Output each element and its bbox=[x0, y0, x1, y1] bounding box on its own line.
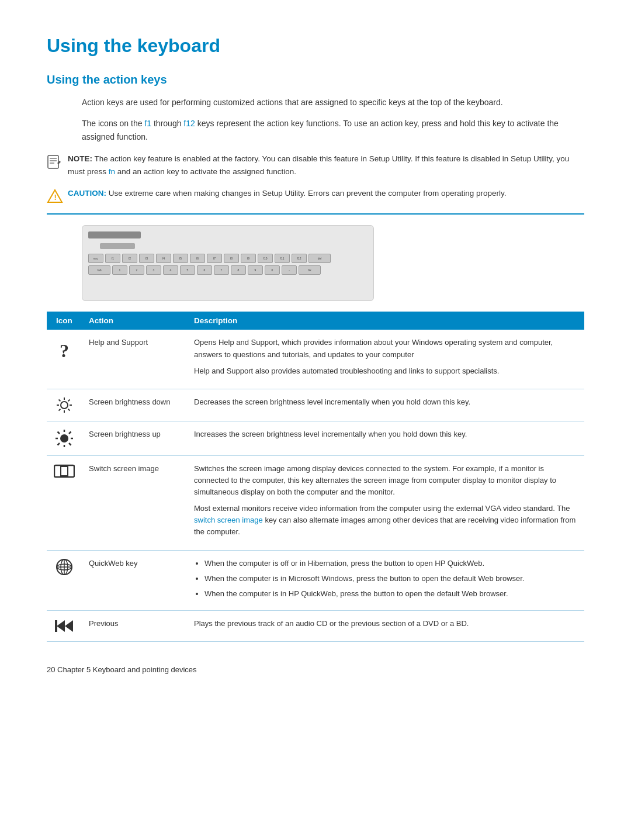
table-row: Screen brightness upIncreases the screen… bbox=[47, 421, 584, 455]
desc-paragraph: Most external monitors receive video inf… bbox=[194, 503, 577, 538]
svg-line-21 bbox=[69, 443, 71, 445]
key-f10: f10 bbox=[258, 254, 273, 263]
quickweb-icon bbox=[54, 558, 75, 576]
desc-paragraph: Help and Support also provides automated… bbox=[194, 365, 577, 377]
brightness-up-icon bbox=[54, 428, 75, 448]
caution-box: ! CAUTION: Use extreme care when making … bbox=[47, 187, 584, 215]
desc-paragraph: Plays the previous track of an audio CD … bbox=[194, 618, 577, 630]
previous-icon bbox=[54, 618, 75, 634]
svg-marker-31 bbox=[57, 620, 65, 632]
key-2: 2 bbox=[129, 265, 144, 275]
table-row: PreviousPlays the previous track of an a… bbox=[47, 611, 584, 642]
switch-screen-icon bbox=[54, 463, 75, 479]
key-5: 5 bbox=[180, 265, 195, 275]
description-cell: Increases the screen brightness level in… bbox=[187, 421, 584, 455]
body-paragraph-2: The icons on the f1 through f12 keys rep… bbox=[82, 117, 584, 143]
icon-cell bbox=[47, 389, 82, 421]
svg-line-11 bbox=[59, 399, 61, 401]
key-3: 3 bbox=[146, 265, 161, 275]
table-row: Screen brightness downDecreases the scre… bbox=[47, 389, 584, 421]
key-f4: f4 bbox=[156, 254, 171, 263]
key-8: 8 bbox=[231, 265, 246, 275]
svg-line-20 bbox=[58, 431, 60, 434]
desc-paragraph: Opens Help and Support, which provides i… bbox=[194, 337, 577, 360]
key-minus: - bbox=[282, 265, 297, 275]
desc-paragraph: Decreases the screen brightness level in… bbox=[194, 396, 577, 408]
list-item: When the computer is in Microsoft Window… bbox=[204, 573, 577, 585]
desc-paragraph: Increases the screen brightness level in… bbox=[194, 428, 577, 440]
description-cell: When the computer is off or in Hibernati… bbox=[187, 550, 584, 610]
key-f7: f7 bbox=[207, 254, 222, 263]
svg-line-14 bbox=[68, 399, 70, 401]
key-0: 0 bbox=[265, 265, 280, 275]
col-description: Description bbox=[187, 312, 584, 330]
f12-link[interactable]: f12 bbox=[183, 119, 195, 128]
note-text: NOTE: The action key feature is enabled … bbox=[68, 153, 584, 178]
key-esc: esc bbox=[88, 254, 103, 263]
svg-rect-0 bbox=[48, 155, 58, 168]
action-cell: Previous bbox=[82, 611, 187, 642]
caution-icon: ! bbox=[47, 188, 68, 206]
col-action: Action bbox=[82, 312, 187, 330]
key-f6: f6 bbox=[190, 254, 205, 263]
fn-link[interactable]: fn bbox=[109, 167, 115, 176]
table-row: ?Help and SupportOpens Help and Support,… bbox=[47, 330, 584, 389]
table-row: Switch screen imageSwitches the screen i… bbox=[47, 455, 584, 550]
action-cell: Screen brightness down bbox=[82, 389, 187, 421]
key-f8: f8 bbox=[224, 254, 239, 263]
note-label: NOTE: bbox=[68, 154, 92, 163]
description-cell: Switches the screen image among display … bbox=[187, 455, 584, 550]
key-f3: f3 bbox=[139, 254, 154, 263]
keyboard-keys-row-2: tab 1 2 3 4 5 6 7 8 9 0 - bk bbox=[88, 265, 321, 275]
icon-cell bbox=[47, 550, 82, 610]
svg-rect-25 bbox=[61, 466, 68, 476]
table-header-row: Icon Action Description bbox=[47, 312, 584, 330]
question-icon: ? bbox=[54, 337, 75, 366]
svg-line-23 bbox=[69, 431, 71, 434]
description-cell: Decreases the screen brightness level in… bbox=[187, 389, 584, 421]
key-f2: f2 bbox=[122, 254, 137, 263]
list-item: When the computer is off or in Hibernati… bbox=[204, 558, 577, 569]
keyboard-image: esc f1 f2 f3 f4 f5 f6 f7 f8 f9 f10 f11 f… bbox=[82, 225, 374, 301]
switch-screen-link[interactable]: switch screen image bbox=[194, 516, 263, 524]
caution-text: CAUTION: Use extreme care when making ch… bbox=[68, 187, 507, 200]
key-f9: f9 bbox=[241, 254, 256, 263]
caution-label: CAUTION: bbox=[68, 189, 106, 198]
svg-marker-32 bbox=[65, 620, 73, 632]
caution-body: Use extreme care when making changes in … bbox=[109, 189, 507, 198]
description-cell: Plays the previous track of an audio CD … bbox=[187, 611, 584, 642]
key-f11: f11 bbox=[275, 254, 290, 263]
note-box: NOTE: The action key feature is enabled … bbox=[47, 153, 584, 178]
action-cell: QuickWeb key bbox=[82, 550, 187, 610]
page-title: Using the keyboard bbox=[47, 35, 584, 57]
svg-line-22 bbox=[58, 443, 60, 445]
list-item: When the computer is in HP QuickWeb, pre… bbox=[204, 588, 577, 600]
keyboard-top-bar bbox=[88, 231, 141, 238]
page-footer: 20 Chapter 5 Keyboard and pointing devic… bbox=[47, 665, 584, 674]
description-cell: Opens Help and Support, which provides i… bbox=[187, 330, 584, 389]
key-1: 1 bbox=[112, 265, 127, 275]
svg-text:!: ! bbox=[54, 193, 57, 202]
body2-middle: through bbox=[151, 119, 183, 128]
key-backspace: bk bbox=[299, 265, 321, 275]
keyboard-touchpad bbox=[100, 243, 135, 249]
action-cell: Screen brightness up bbox=[82, 421, 187, 455]
icon-cell bbox=[47, 421, 82, 455]
action-cell: Help and Support bbox=[82, 330, 187, 389]
action-cell: Switch screen image bbox=[82, 455, 187, 550]
key-delete: del bbox=[308, 254, 331, 263]
col-icon: Icon bbox=[47, 312, 82, 330]
svg-point-6 bbox=[61, 402, 68, 409]
svg-rect-33 bbox=[55, 620, 57, 632]
f1-link[interactable]: f1 bbox=[144, 119, 151, 128]
svg-point-15 bbox=[60, 434, 68, 443]
brightness-down-icon bbox=[54, 396, 75, 414]
svg-line-13 bbox=[59, 409, 61, 410]
keyboard-keys-row-1: esc f1 f2 f3 f4 f5 f6 f7 f8 f9 f10 f11 f… bbox=[88, 254, 331, 263]
key-f5: f5 bbox=[173, 254, 188, 263]
section-title: Using the action keys bbox=[47, 73, 584, 87]
icon-cell bbox=[47, 455, 82, 550]
svg-line-12 bbox=[68, 409, 70, 410]
key-tab: tab bbox=[88, 265, 110, 275]
action-keys-table: Icon Action Description ?Help and Suppor… bbox=[47, 312, 584, 642]
